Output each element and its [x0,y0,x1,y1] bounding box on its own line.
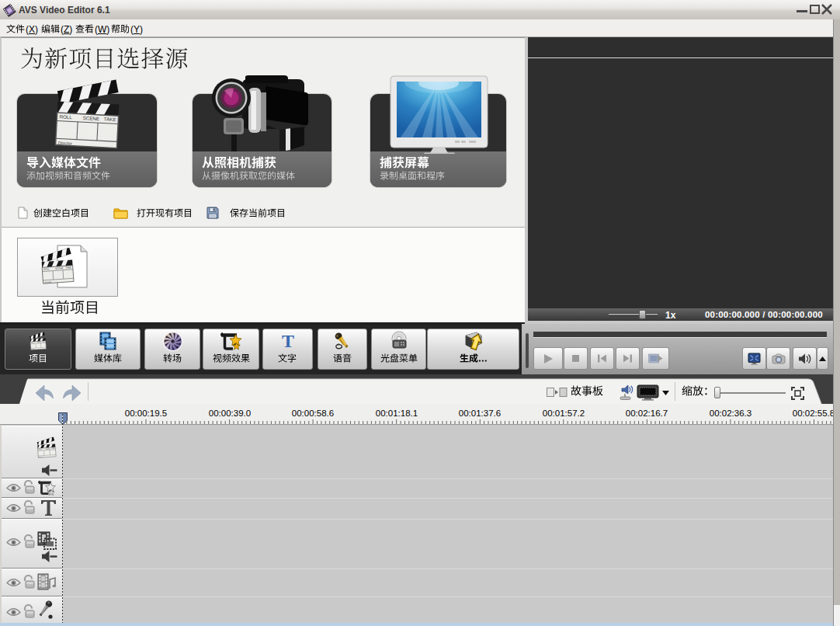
svg-text:SCENE: SCENE [82,115,99,121]
svg-text:ROLL: ROLL [59,113,72,120]
svg-text:TAKE: TAKE [104,116,116,122]
svg-text:TAKE: TAKE [65,266,71,270]
svg-text:Director: Director [58,141,73,146]
svg-text:ROLL: ROLL [38,448,42,450]
svg-text:T: T [281,331,293,351]
svg-text:SCENE: SCENE [55,266,64,270]
svg-text:ROLL: ROLL [43,267,50,271]
